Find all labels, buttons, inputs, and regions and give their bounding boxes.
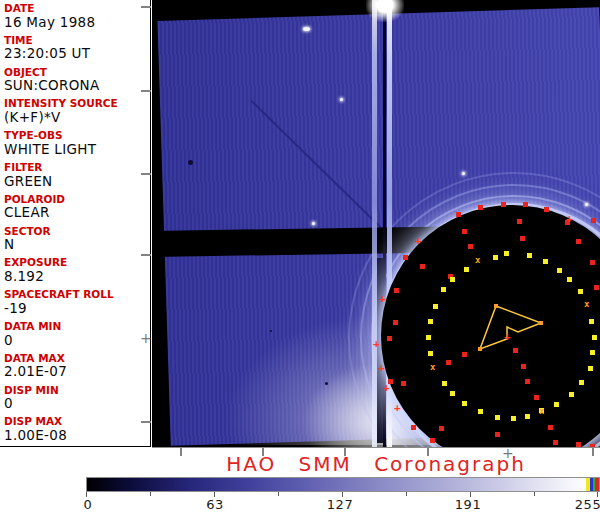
metadata-entry: FILTERGREEN (4, 162, 149, 188)
red-fiducial-dot (544, 207, 549, 212)
metadata-value: (K+F)*V (4, 111, 149, 125)
frame-tick-bottom (344, 448, 346, 456)
yellow-fiducial-dot (527, 253, 532, 258)
frame-tick-bottom (262, 448, 264, 456)
red-fiducial-dot (590, 260, 595, 265)
red-fiducial-dot (420, 264, 425, 269)
red-cross-mark: + (415, 235, 422, 246)
metadata-entry: SPACECRAFT ROLL-19 (4, 289, 149, 315)
red-fiducial-dot (548, 425, 553, 430)
red-fiducial-dot (517, 219, 522, 224)
metadata-entry: DISP MIN0 (4, 385, 149, 411)
metadata-label: FILTER (4, 162, 149, 173)
red-fiducial-dot (553, 440, 558, 445)
red-fiducial-dot (521, 364, 526, 369)
yellow-fiducial-dot (442, 381, 447, 386)
metadata-entry: OBJECTSUN:CORONA (4, 67, 149, 93)
frame-tick-left (141, 421, 151, 423)
dark-speck (325, 382, 328, 385)
orange-x-mark: x (430, 363, 435, 372)
orange-x-mark: x (539, 407, 544, 416)
metadata-value: 23:20:05 UT (4, 47, 149, 61)
colorbar-minor-tick (278, 492, 279, 496)
metadata-value: N (4, 238, 149, 252)
red-fiducial-dot (439, 426, 444, 431)
red-cross-mark: + (566, 213, 573, 224)
frame-tick-bottom (427, 448, 429, 456)
red-fiducial-dot (403, 255, 408, 260)
red-cross-mark: + (383, 382, 390, 393)
red-fiducial-dot (513, 348, 518, 353)
metadata-value: 16 May 1988 (4, 16, 149, 30)
yellow-fiducial-dot (493, 255, 498, 260)
intensity-colorbar (86, 477, 600, 492)
yellow-fiducial-dot (590, 350, 595, 355)
metadata-value: 2.01E-07 (4, 365, 149, 379)
metadata-value: SUN:CORONA (4, 79, 149, 93)
frame-tick-left (141, 173, 151, 175)
red-fiducial-dot (576, 239, 581, 244)
white-speck (340, 98, 343, 101)
metadata-entry: DATE16 May 1988 (4, 3, 149, 29)
metadata-label: DATA MIN (4, 321, 149, 332)
red-fiducial-dot (501, 202, 506, 207)
red-fiducial-dot (430, 438, 435, 443)
red-fiducial-dot (534, 395, 539, 400)
white-speck (312, 222, 315, 225)
red-fiducial-dot (468, 244, 473, 249)
metadata-value: CLEAR (4, 206, 149, 220)
metadata-value: 0 (4, 334, 149, 348)
red-fiducial-dot (520, 236, 525, 241)
metadata-value: 1.00E-08 (4, 429, 149, 443)
metadata-label: EXPOSURE (4, 257, 149, 268)
colorbar-minor-tick (406, 492, 407, 496)
orange-x-mark: x (584, 300, 589, 309)
white-speck (303, 27, 310, 31)
yellow-fiducial-dot (592, 335, 597, 340)
dark-speck (188, 160, 193, 165)
yellow-fiducial-dot (464, 267, 469, 272)
yellow-fiducial-dot (495, 415, 500, 420)
metadata-value: 0 (4, 397, 149, 411)
colorbar-label: 0 (84, 497, 93, 512)
colorbar-label: 191 (455, 497, 481, 512)
yellow-fiducial-dot (433, 304, 438, 309)
yellow-fiducial-dot (588, 366, 593, 371)
yellow-fiducial-dot (478, 409, 483, 414)
frame-tick-bottom (592, 448, 594, 456)
metadata-label: TIME (4, 35, 149, 46)
yellow-fiducial-dot (426, 335, 431, 340)
frame-cross-bottom: + (502, 446, 514, 460)
red-fiducial-dot (495, 432, 500, 437)
image-frame-line (152, 447, 600, 448)
red-fiducial-dot (446, 360, 451, 365)
metadata-entry: DISP MAX1.00E-08 (4, 416, 149, 442)
yellow-fiducial-dot (569, 392, 574, 397)
red-fiducial-dot (462, 229, 467, 234)
metadata-label: INTENSITY SOURCE (4, 98, 149, 109)
yellow-fiducial-dot (450, 391, 455, 396)
colorbar-label: 127 (327, 497, 353, 512)
fiducial-overlay (152, 0, 600, 447)
yellow-fiducial-dot (543, 259, 548, 264)
metadata-entry: EXPOSURE8.192 (4, 257, 149, 283)
metadata-label: DISP MAX (4, 416, 149, 427)
page-title: HAO SMM Coronagraph (152, 452, 600, 476)
metadata-label: SPACECRAFT ROLL (4, 289, 149, 300)
colorbar-label: 255 (575, 497, 600, 512)
metadata-label: TYPE-OBS (4, 130, 149, 141)
red-fiducial-dot (462, 352, 467, 357)
yellow-fiducial-dot (462, 401, 467, 406)
app-window: { "sidebar": { "entries": [ {"label": "D… (0, 0, 600, 512)
metadata-label: DATE (4, 3, 149, 14)
frame-tick-left (141, 90, 151, 92)
metadata-label: DISP MIN (4, 385, 149, 396)
colorbar-label: 63 (206, 497, 224, 512)
red-fiducial-dot (525, 379, 530, 384)
white-speck (585, 203, 588, 206)
metadata-label: OBJECT (4, 67, 149, 78)
polygon-vertex-dot (539, 321, 543, 325)
yellow-fiducial-dot (557, 268, 562, 273)
yellow-fiducial-dot (578, 289, 583, 294)
yellow-fiducial-dot (579, 380, 584, 385)
